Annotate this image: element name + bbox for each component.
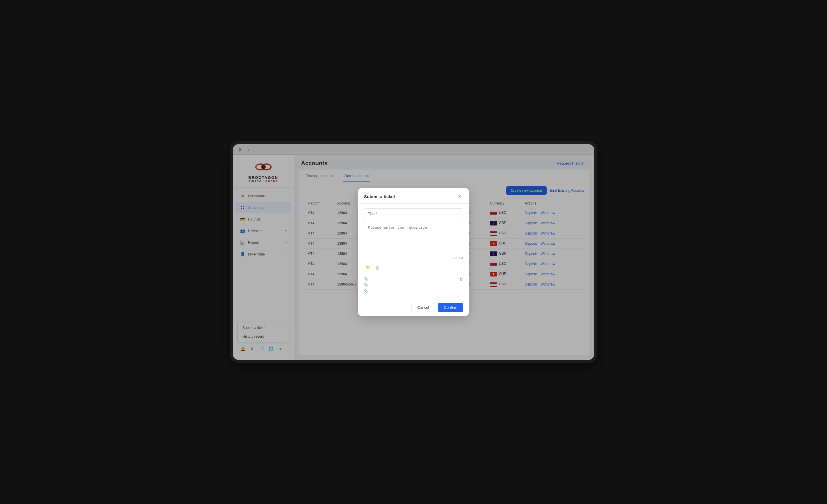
ticket-title-input[interactable] xyxy=(364,208,463,219)
attachments-list: 📎 🗑 📎 📎 xyxy=(364,276,463,294)
confirm-button[interactable]: Confirm xyxy=(438,303,463,312)
cancel-button[interactable]: Cancel xyxy=(411,303,435,312)
modal-footer: Cancel Confirm xyxy=(358,299,469,316)
attachment-row-2: 📎 xyxy=(364,282,463,288)
mention-icon[interactable]: @ xyxy=(374,264,381,271)
ticket-body-textarea[interactable] xyxy=(364,222,463,254)
modal-title: Submit a ticket xyxy=(364,194,395,199)
modal-toolbar: 📁 @ xyxy=(364,262,463,273)
modal-overlay[interactable]: Submit a ticket ✕ 0 / 1000 📁 @ 📎 🗑 📎 � xyxy=(0,0,827,504)
char-count: 0 / 1000 xyxy=(364,256,463,260)
attachment-row-3: 📎 xyxy=(364,288,463,294)
modal-body: 0 / 1000 📁 @ 📎 🗑 📎 📎 xyxy=(358,204,469,299)
attach-file-icon[interactable]: 📁 xyxy=(364,264,371,271)
submit-ticket-modal: Submit a ticket ✕ 0 / 1000 📁 @ 📎 🗑 📎 � xyxy=(358,188,469,316)
attachment-delete-1[interactable]: 🗑 xyxy=(459,277,463,281)
attachment-icon-3: 📎 xyxy=(364,289,369,293)
attachment-icon-2: 📎 xyxy=(364,283,369,287)
modal-close-button[interactable]: ✕ xyxy=(456,193,463,200)
attachment-icon-1: 📎 xyxy=(364,277,369,281)
attachment-row-1: 📎 🗑 xyxy=(364,276,463,282)
modal-header: Submit a ticket ✕ xyxy=(358,188,469,204)
